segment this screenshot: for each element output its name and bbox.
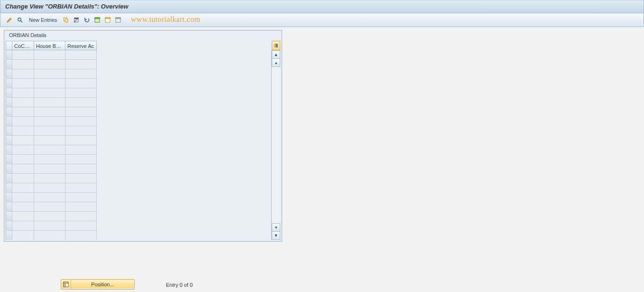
column-header-cocode[interactable]: CoCode: [12, 41, 34, 50]
cell-house-bank[interactable]: [34, 60, 65, 69]
cell-cocode[interactable]: [12, 212, 34, 221]
cell-house-bank[interactable]: [34, 136, 65, 145]
cell-reserve-ac[interactable]: [65, 202, 97, 212]
cell-reserve-ac[interactable]: [65, 117, 97, 126]
table-vertical-scrollbar[interactable]: ▲ ▴ ▾ ▼: [271, 50, 280, 240]
cell-reserve-ac[interactable]: [65, 88, 97, 98]
deselect-all-icon[interactable]: [114, 16, 122, 24]
cell-cocode[interactable]: [12, 50, 34, 60]
toggle-change-icon[interactable]: [5, 16, 14, 24]
cell-cocode[interactable]: [12, 183, 34, 193]
row-selector[interactable]: [6, 60, 12, 69]
cell-house-bank[interactable]: [34, 50, 65, 60]
cell-house-bank[interactable]: [34, 117, 65, 126]
cell-reserve-ac[interactable]: [65, 155, 97, 164]
delete-icon[interactable]: [72, 16, 81, 24]
cell-cocode[interactable]: [12, 155, 34, 164]
cell-house-bank[interactable]: [34, 183, 65, 193]
row-selector[interactable]: [6, 193, 12, 202]
cell-cocode[interactable]: [12, 136, 34, 145]
cell-house-bank[interactable]: [34, 126, 65, 136]
row-selector[interactable]: [6, 221, 12, 231]
copy-as-icon[interactable]: [62, 16, 70, 24]
select-all-icon[interactable]: [93, 16, 101, 24]
row-selector[interactable]: [6, 98, 12, 107]
cell-cocode[interactable]: [12, 202, 34, 212]
row-selector[interactable]: [6, 126, 12, 136]
row-selector[interactable]: [6, 88, 12, 98]
cell-reserve-ac[interactable]: [65, 145, 97, 155]
scroll-down-icon[interactable]: ▼: [272, 231, 280, 240]
cell-reserve-ac[interactable]: [65, 183, 97, 193]
cell-reserve-ac[interactable]: [65, 60, 97, 69]
scroll-up-step-icon[interactable]: ▴: [272, 59, 280, 67]
cell-house-bank[interactable]: [34, 107, 65, 117]
cell-cocode[interactable]: [12, 221, 34, 231]
cell-cocode[interactable]: [12, 193, 34, 202]
cell-cocode[interactable]: [12, 164, 34, 174]
row-selector[interactable]: [6, 69, 12, 79]
cell-reserve-ac[interactable]: [65, 79, 97, 88]
row-selector[interactable]: [6, 202, 12, 212]
scroll-down-step-icon[interactable]: ▾: [272, 223, 280, 231]
cell-house-bank[interactable]: [34, 221, 65, 231]
cell-cocode[interactable]: [12, 107, 34, 117]
cell-house-bank[interactable]: [34, 155, 65, 164]
cell-house-bank[interactable]: [34, 79, 65, 88]
position-button[interactable]: Position...: [61, 279, 135, 290]
cell-cocode[interactable]: [12, 145, 34, 155]
cell-reserve-ac[interactable]: [65, 164, 97, 174]
cell-cocode[interactable]: [12, 174, 34, 183]
row-selector[interactable]: [6, 212, 12, 221]
cell-cocode[interactable]: [12, 98, 34, 107]
cell-cocode[interactable]: [12, 69, 34, 79]
cell-reserve-ac[interactable]: [65, 136, 97, 145]
row-selector[interactable]: [6, 136, 12, 145]
row-selector[interactable]: [6, 117, 12, 126]
cell-house-bank[interactable]: [34, 98, 65, 107]
row-selector[interactable]: [6, 79, 12, 88]
row-selector[interactable]: [6, 183, 12, 193]
cell-reserve-ac[interactable]: [65, 193, 97, 202]
row-selector[interactable]: [6, 174, 12, 183]
cell-reserve-ac[interactable]: [65, 221, 97, 231]
cell-house-bank[interactable]: [34, 69, 65, 79]
cell-reserve-ac[interactable]: [65, 69, 97, 79]
cell-cocode[interactable]: [12, 88, 34, 98]
cell-cocode[interactable]: [12, 60, 34, 69]
row-selector-header[interactable]: [6, 41, 12, 50]
cell-house-bank[interactable]: [34, 88, 65, 98]
cell-reserve-ac[interactable]: [65, 50, 97, 60]
row-selector[interactable]: [6, 155, 12, 164]
row-selector[interactable]: [6, 145, 12, 155]
column-header-reserve-ac[interactable]: Reserve Ac: [65, 41, 97, 50]
cell-reserve-ac[interactable]: [65, 212, 97, 221]
cell-house-bank[interactable]: [34, 212, 65, 221]
cell-cocode[interactable]: [12, 79, 34, 88]
select-block-icon[interactable]: [103, 16, 112, 24]
cell-reserve-ac[interactable]: [65, 231, 97, 240]
cell-cocode[interactable]: [12, 117, 34, 126]
cell-reserve-ac[interactable]: [65, 174, 97, 183]
cell-house-bank[interactable]: [34, 164, 65, 174]
cell-house-bank[interactable]: [34, 145, 65, 155]
table-configure-icon[interactable]: [272, 41, 280, 50]
row-selector[interactable]: [6, 164, 12, 174]
other-view-icon[interactable]: [16, 16, 24, 24]
undo-icon[interactable]: [83, 16, 91, 24]
new-entries-button[interactable]: New Entries: [26, 15, 60, 25]
cell-cocode[interactable]: [12, 231, 34, 240]
row-selector[interactable]: [6, 231, 12, 240]
cell-reserve-ac[interactable]: [65, 126, 97, 136]
row-selector[interactable]: [6, 107, 12, 117]
row-selector[interactable]: [6, 50, 12, 60]
cell-house-bank[interactable]: [34, 193, 65, 202]
cell-cocode[interactable]: [12, 126, 34, 136]
scroll-track[interactable]: [272, 67, 280, 223]
cell-house-bank[interactable]: [34, 174, 65, 183]
scroll-up-icon[interactable]: ▲: [272, 50, 280, 59]
cell-house-bank[interactable]: [34, 202, 65, 212]
column-header-house-bank[interactable]: House Ba...: [34, 41, 65, 50]
cell-reserve-ac[interactable]: [65, 98, 97, 107]
cell-house-bank[interactable]: [34, 231, 65, 240]
